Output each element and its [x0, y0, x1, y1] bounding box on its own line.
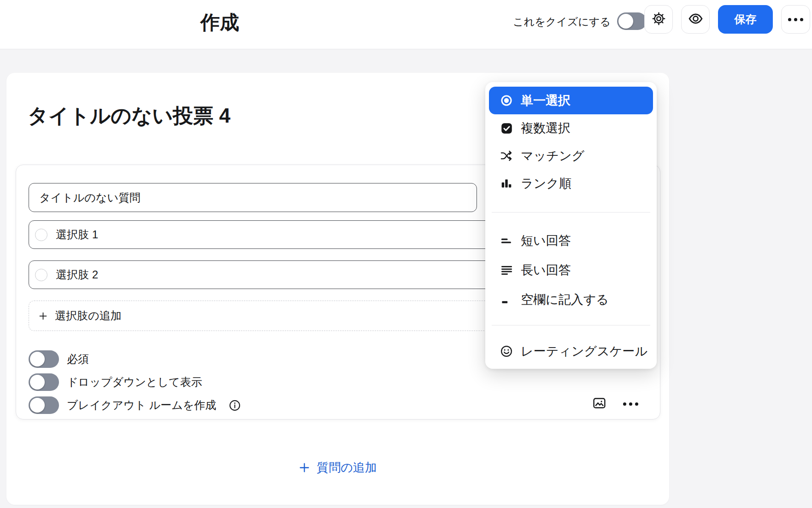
- menu-item-rank-order[interactable]: ランク順: [489, 170, 653, 197]
- toggle-knob: [618, 14, 633, 29]
- radio-icon[interactable]: [35, 229, 47, 241]
- menu-divider: [492, 212, 650, 213]
- menu-item-multiple-choice[interactable]: 複数選択: [489, 114, 653, 142]
- poll-title[interactable]: タイトルのない投票 4: [28, 102, 230, 130]
- breakout-label: ブレイクアウト ルームを作成: [67, 398, 216, 413]
- bar-chart-icon: [500, 177, 513, 190]
- add-question-button[interactable]: 質問の追加: [6, 455, 669, 479]
- question-title-input[interactable]: タイトルのない質問: [29, 183, 477, 212]
- fill-blank-icon: [500, 293, 513, 306]
- long-answer-icon: [500, 264, 513, 277]
- info-icon[interactable]: [229, 399, 241, 412]
- dropdown-label: ドロップダウンとして表示: [67, 375, 202, 390]
- gear-icon: [652, 12, 666, 28]
- app-header: 作成 これをクイズにする 保存: [0, 0, 812, 49]
- menu-divider: [492, 325, 650, 325]
- breakout-toggle-row: ブレイクアウト ルームを作成: [29, 396, 241, 414]
- toggle-knob: [30, 398, 45, 413]
- menu-item-fill-blank[interactable]: レーティングスケール 空欄に記入する: [489, 285, 653, 314]
- menu-item-single-choice[interactable]: 単一選択: [489, 87, 653, 114]
- plus-icon: [299, 462, 310, 473]
- settings-button[interactable]: [644, 5, 673, 34]
- quiz-toggle-label: これをクイズにする: [513, 15, 611, 29]
- required-label: 必須: [67, 352, 89, 366]
- radio-icon[interactable]: [35, 269, 47, 281]
- menu-item-long-answer[interactable]: 長い回答: [489, 255, 653, 285]
- poll-editor-page: 作成 これをクイズにする 保存 タイトルのない投票 4 タイトルのない質問 選択…: [0, 0, 812, 508]
- image-icon: [592, 396, 607, 412]
- menu-item-rating-scale[interactable]: レーティングスケール: [489, 337, 653, 366]
- save-button[interactable]: 保存: [718, 5, 773, 34]
- question-title-value: タイトルのない質問: [39, 190, 141, 205]
- required-toggle[interactable]: [29, 350, 59, 368]
- required-toggle-row: 必須: [29, 350, 89, 368]
- radio-selected-icon: [500, 94, 513, 107]
- menu-item-matching[interactable]: マッチング: [489, 142, 653, 170]
- ellipsis-icon: [788, 18, 803, 21]
- plus-icon: [38, 311, 48, 321]
- shuffle-icon: [500, 149, 513, 162]
- question-type-menu: 単一選択 複数選択 マッチング ランク順 短い回答: [485, 82, 657, 369]
- toggle-knob: [30, 352, 45, 366]
- add-question-label: 質問の追加: [317, 460, 377, 476]
- eye-icon: [688, 11, 703, 28]
- short-answer-icon: [500, 234, 513, 247]
- toggle-knob: [30, 375, 45, 390]
- add-image-button[interactable]: [590, 396, 608, 412]
- preview-button[interactable]: [681, 5, 710, 34]
- dropdown-toggle-row: ドロップダウンとして表示: [29, 373, 202, 391]
- page-title: 作成: [200, 10, 239, 35]
- checkbox-icon: [500, 122, 513, 135]
- header-more-button[interactable]: [781, 5, 810, 34]
- quiz-toggle[interactable]: [617, 12, 647, 30]
- breakout-rooms-toggle[interactable]: [29, 396, 59, 414]
- show-as-dropdown-toggle[interactable]: [29, 373, 59, 391]
- choice-label: 選択肢 1: [56, 227, 98, 242]
- ellipsis-icon: [623, 402, 638, 406]
- question-more-button[interactable]: [620, 397, 641, 410]
- smiley-icon: [500, 345, 513, 358]
- menu-item-short-answer[interactable]: 短い回答: [489, 226, 653, 255]
- add-choice-label: 選択肢の追加: [55, 308, 122, 323]
- choice-label: 選択肢 2: [56, 267, 98, 282]
